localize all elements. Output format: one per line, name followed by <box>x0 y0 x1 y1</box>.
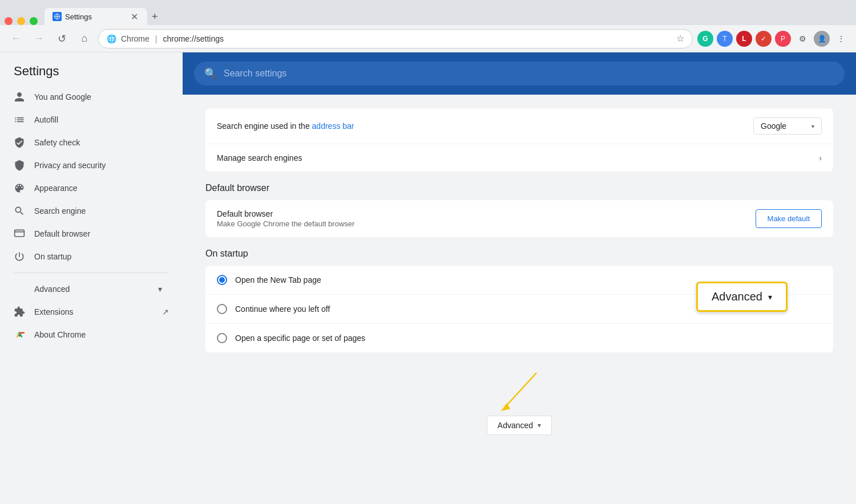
pocket-icon[interactable]: P <box>775 31 791 47</box>
address-url-text: chrome://settings <box>163 34 672 43</box>
arrow-annotation <box>462 370 576 416</box>
radio-new-tab[interactable] <box>217 275 227 285</box>
search-engine-row: Search engine used in the address bar Go… <box>205 108 833 144</box>
bookmark-icon[interactable]: ☆ <box>676 33 684 44</box>
make-default-button[interactable]: Make default <box>756 209 822 228</box>
advanced-expand-icon: ▾ <box>158 284 162 294</box>
sidebar-label-search-engine: Search engine <box>34 206 86 216</box>
autofill-icon <box>14 114 25 125</box>
sidebar-label-on-startup: On startup <box>34 252 71 261</box>
default-browser-row: Default browser Make Google Chrome the d… <box>205 200 833 237</box>
privacy-icon <box>14 160 25 171</box>
radio-label-specific-page: Open a specific page or set of pages <box>235 334 365 343</box>
sidebar-item-on-startup[interactable]: On startup <box>0 245 176 268</box>
sidebar-label-privacy-security: Privacy and security <box>34 161 106 170</box>
more-menu-icon[interactable]: ⋮ <box>833 31 849 47</box>
todoist-icon[interactable]: ✓ <box>756 31 772 47</box>
close-window-button[interactable] <box>5 17 13 25</box>
default-browser-info: Default browser Make Google Chrome the d… <box>217 209 756 228</box>
extensions-toolbar: G T L ✓ P ⚙ 👤 ⋮ <box>697 31 849 47</box>
new-tab-button[interactable]: + <box>147 9 163 25</box>
sidebar-label-default-browser: Default browser <box>34 229 90 238</box>
search-input[interactable] <box>224 68 834 79</box>
traffic-lights <box>5 17 38 25</box>
radio-label-new-tab: Open the New Tab page <box>235 275 321 284</box>
sidebar-item-autofill[interactable]: Autofill <box>0 108 176 131</box>
sidebar-label-safety-check: Safety check <box>34 138 80 147</box>
reload-button[interactable]: ↺ <box>53 30 71 48</box>
translate-icon[interactable]: T <box>717 31 733 47</box>
on-startup-heading: On startup <box>205 249 833 259</box>
search-engine-value: Google <box>761 121 786 131</box>
sidebar-label-autofill: Autofill <box>34 115 58 124</box>
search-engine-dropdown[interactable]: Google ▾ <box>753 117 822 135</box>
radio-label-continue: Continue where you left off <box>235 304 330 314</box>
svg-rect-3 <box>15 230 25 237</box>
settings-title: Settings <box>14 64 169 79</box>
sidebar-item-privacy-security[interactable]: Privacy and security <box>0 154 176 177</box>
search-bar-wrap: 🔍 <box>183 52 856 95</box>
default-browser-heading: Default browser <box>205 183 833 193</box>
sidebar-label-you-and-google: You and Google <box>34 92 91 101</box>
sidebar-divider <box>14 273 169 273</box>
sidebar-header: Settings <box>0 52 183 86</box>
sidebar-label-appearance: Appearance <box>34 184 78 193</box>
svg-line-6 <box>505 373 536 407</box>
active-tab[interactable]: Settings ✕ <box>45 8 147 25</box>
search-engine-icon <box>14 205 25 217</box>
startup-card: Open the New Tab page Continue where you… <box>205 266 833 353</box>
bottom-advanced-chevron: ▾ <box>538 421 541 429</box>
sidebar-item-default-browser[interactable]: Default browser <box>0 222 176 245</box>
minimize-window-button[interactable] <box>17 17 25 25</box>
address-bar[interactable]: 🌐 Chrome | chrome://settings ☆ <box>98 29 693 48</box>
search-icon: 🔍 <box>204 67 217 80</box>
radio-continue[interactable] <box>217 304 227 314</box>
dropdown-chevron-icon: ▾ <box>811 123 814 129</box>
tab-close-button[interactable]: ✕ <box>129 11 139 22</box>
manage-search-chevron-icon: › <box>819 153 822 162</box>
main-content: 🔍 Search engine used in the address bar … <box>183 52 856 504</box>
grammarly-icon[interactable]: G <box>697 31 713 47</box>
manage-search-engines-row[interactable]: Manage search engines › <box>205 144 833 172</box>
extensions-menu-icon[interactable]: ⚙ <box>794 31 810 47</box>
bottom-advanced-label: Advanced <box>498 421 533 430</box>
highlighted-advanced-chevron: ▾ <box>768 292 772 302</box>
fullscreen-window-button[interactable] <box>30 17 38 25</box>
default-browser-card: Default browser Make Google Chrome the d… <box>205 200 833 237</box>
bottom-advanced-button[interactable]: Advanced ▾ <box>487 416 552 435</box>
profile-icon[interactable]: 👤 <box>814 31 830 47</box>
default-browser-subtitle: Make Google Chrome the default browser <box>217 220 756 228</box>
sidebar-item-safety-check[interactable]: Safety check <box>0 131 176 154</box>
back-button[interactable]: ← <box>7 30 25 48</box>
radio-specific-page[interactable] <box>217 333 227 343</box>
tab-favicon <box>53 12 62 21</box>
sidebar-item-advanced[interactable]: Advanced ▾ <box>0 278 176 300</box>
default-browser-title: Default browser <box>217 209 756 218</box>
home-button[interactable]: ⌂ <box>75 30 94 48</box>
person-icon <box>14 91 25 103</box>
sidebar-label-extensions: Extensions <box>34 307 73 316</box>
forward-button[interactable]: → <box>30 30 48 48</box>
search-engine-card: Search engine used in the address bar Go… <box>205 108 833 172</box>
sidebar-label-about-chrome: About Chrome <box>34 330 86 339</box>
sidebar-item-about-chrome[interactable]: About Chrome <box>0 323 183 346</box>
sidebar-item-you-and-google[interactable]: You and Google <box>0 86 176 108</box>
extensions-sidebar-icon <box>14 306 25 318</box>
secure-icon: 🌐 <box>107 34 116 43</box>
address-chrome-label: Chrome <box>121 34 150 43</box>
search-engine-row-text: Search engine used in the address bar <box>217 121 753 131</box>
startup-option-specific-page[interactable]: Open a specific page or set of pages <box>205 324 833 353</box>
svg-marker-7 <box>501 403 510 411</box>
tab-title: Settings <box>65 13 92 21</box>
address-bar-link[interactable]: address bar <box>312 121 354 131</box>
tab-bar: Settings ✕ + <box>0 0 856 25</box>
highlighted-advanced-dropdown[interactable]: Advanced ▾ <box>696 282 788 312</box>
sidebar-item-extensions[interactable]: Extensions ↗ <box>0 300 183 323</box>
nav-bar: ← → ↺ ⌂ 🌐 Chrome | chrome://settings ☆ G… <box>0 25 856 52</box>
sidebar: Settings You and Google Autofill Safety … <box>0 52 183 504</box>
sidebar-item-search-engine[interactable]: Search engine <box>0 200 176 222</box>
highlighted-advanced-label: Advanced <box>712 290 762 303</box>
sidebar-label-advanced: Advanced <box>34 284 70 294</box>
sidebar-item-appearance[interactable]: Appearance <box>0 177 176 200</box>
lastpass-icon[interactable]: L <box>736 31 752 47</box>
